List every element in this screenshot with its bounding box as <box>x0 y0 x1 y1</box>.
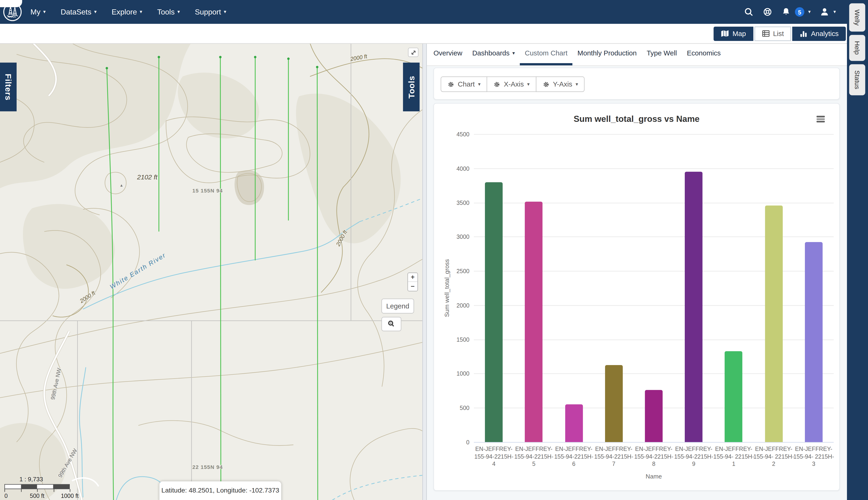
x-category-label: EN-JEFFREY-155-94- 2215H-2 <box>750 445 797 468</box>
tab-label: Monthly Production <box>577 49 637 57</box>
nav-item-label: Tools <box>157 8 175 16</box>
nav-item-label: Support <box>195 8 221 16</box>
chevron-down-icon: ▾ <box>478 82 481 87</box>
scale-tick-label: 1000 ft <box>61 492 79 499</box>
view-toggle-label: Map <box>732 30 746 37</box>
y-axis-settings-button[interactable]: Y-Axis▾ <box>536 77 585 92</box>
y-tick-label: 500 <box>434 405 470 411</box>
legend-button[interactable]: Legend <box>382 299 414 314</box>
bell-icon[interactable] <box>782 7 791 16</box>
view-toggle-list[interactable]: List <box>754 26 791 41</box>
chart-card: Sum well_total_gross vs Name 05001000150… <box>434 103 840 491</box>
chevron-down-icon: ▾ <box>177 9 180 14</box>
gear-icon <box>447 81 455 88</box>
search-group[interactable] <box>744 7 753 16</box>
life-ring-icon[interactable] <box>763 7 772 16</box>
map-zoom-control: + − <box>407 272 418 292</box>
tab-monthly-production[interactable]: Monthly Production <box>572 43 642 66</box>
chevron-down-icon: ▾ <box>140 9 142 14</box>
x-category-label: EN-JEFFREY-155-94-2215H-6 <box>551 445 597 468</box>
notification-badge: 5 <box>795 7 804 16</box>
tools-tab[interactable]: Tools <box>403 63 420 111</box>
top-navbar: My▾DataSets▾Explore▾Tools▾Support▾ 5▾▾ <box>0 0 847 24</box>
filters-tab[interactable]: Filters <box>0 63 16 111</box>
scale-tick <box>21 489 21 492</box>
x-category-label: EN-JEFFREY-155-94-2215H-8 <box>631 445 677 468</box>
tab-economics[interactable]: Economics <box>682 43 726 66</box>
right-side-strip: WellyHelpStatus <box>847 0 868 500</box>
scale-tick <box>37 489 38 492</box>
tab-label: Custom Chart <box>525 49 568 57</box>
x-category-label: EN-JEFFREY-155-94- 2215H-1 <box>711 445 757 468</box>
tab-dashboards[interactable]: Dashboards▾ <box>467 43 520 66</box>
nav-item-datasets[interactable]: DataSets▾ <box>60 8 96 16</box>
nav-item-support[interactable]: Support▾ <box>195 8 226 16</box>
chart-settings-button[interactable]: Chart▾ <box>441 77 487 92</box>
search-icon[interactable] <box>744 7 753 16</box>
scale-tick <box>70 489 70 492</box>
view-toggle-label: Analytics <box>811 30 839 37</box>
panel-tabs: OverviewDashboards▾Custom ChartMonthly P… <box>427 43 847 66</box>
zoom-in-button[interactable]: + <box>408 273 418 282</box>
x-category-labels: EN-JEFFREY-155-94-2215H-4EN-JEFFREY-155-… <box>474 445 834 471</box>
y-tick-label: 1000 <box>434 370 470 377</box>
x-category-label: EN-JEFFREY-155-94-2215H-7 <box>590 445 637 468</box>
map-search-button[interactable] <box>382 317 401 331</box>
gear-icon <box>493 81 501 88</box>
panel-divider[interactable] <box>422 43 427 500</box>
topo-map[interactable] <box>0 43 422 500</box>
chevron-down-icon: ▾ <box>94 9 97 14</box>
bar-EN-JEFFREY-155-94-2215H-9[interactable] <box>685 172 703 442</box>
top-left-notch <box>0 0 22 7</box>
bar-EN-JEFFREY-155-94-2215H-8[interactable] <box>645 390 662 442</box>
user-icon[interactable] <box>820 7 830 16</box>
bar-EN-JEFFREY-155-94- 2215H-3[interactable] <box>805 242 823 442</box>
tab-overview[interactable]: Overview <box>429 43 467 66</box>
bar-EN-JEFFREY-155-94- 2215H-1[interactable] <box>725 351 743 442</box>
chart-controls-card: Chart▾X-Axis▾Y-Axis▾ <box>434 68 840 100</box>
nav-item-label: Explore <box>112 8 137 16</box>
bar-EN-JEFFREY-155-94- 2215H-2[interactable] <box>765 205 783 442</box>
nav-item-my[interactable]: My▾ <box>31 8 46 16</box>
nav-item-label: My <box>31 8 40 16</box>
analytics-panel: OverviewDashboards▾Custom ChartMonthly P… <box>427 43 847 500</box>
control-label: Chart <box>458 80 475 88</box>
x-axis-title: Name <box>474 473 834 480</box>
x-category-label: EN-JEFFREY-155-94-2215H-5 <box>511 445 557 468</box>
x-axis-settings-button[interactable]: X-Axis▾ <box>486 77 536 92</box>
map-region[interactable]: 15 155N 9422 155N 942000 ft2000 ft2000 f… <box>0 43 422 500</box>
chevron-down-icon: ▾ <box>527 82 530 87</box>
nav-item-tools[interactable]: Tools▾ <box>157 8 180 16</box>
bell-group[interactable]: 5▾ <box>782 7 810 16</box>
bar-EN-JEFFREY-155-94-2215H-4[interactable] <box>485 182 503 442</box>
chevron-down-icon: ▾ <box>512 51 515 56</box>
tab-custom-chart[interactable]: Custom Chart <box>520 43 572 66</box>
tab-label: Type Well <box>647 49 677 57</box>
view-toggle-analytics[interactable]: Analytics <box>792 26 846 41</box>
side-tab-welly[interactable]: Welly <box>849 3 865 32</box>
nav-item-explore[interactable]: Explore▾ <box>112 8 142 16</box>
user-group[interactable]: ▾ <box>820 7 836 16</box>
scale-ratio: 1 : 9,733 <box>20 476 87 482</box>
gear-icon <box>542 81 550 88</box>
tab-label: Dashboards <box>472 49 510 57</box>
chart-menu-button[interactable] <box>817 116 825 123</box>
scale-tick-label: 500 ft <box>30 492 44 499</box>
expand-diagonal-icon <box>410 49 417 56</box>
view-toggle-map[interactable]: Map <box>714 26 753 41</box>
bar-EN-JEFFREY-155-94-2215H-5[interactable] <box>525 201 543 442</box>
view-toolbar: MapListAnalytics <box>0 24 847 44</box>
expand-map-button[interactable] <box>408 48 419 57</box>
view-toggle-group: MapListAnalytics <box>714 26 846 41</box>
chart-controls: Chart▾X-Axis▾Y-Axis▾ <box>441 77 585 92</box>
life-ring-group[interactable] <box>763 7 772 16</box>
bar-EN-JEFFREY-155-94-2215H-6[interactable] <box>565 404 583 442</box>
bar-EN-JEFFREY-155-94-2215H-7[interactable] <box>605 365 623 442</box>
tab-type-well[interactable]: Type Well <box>642 43 682 66</box>
zoom-out-button[interactable]: − <box>408 282 418 291</box>
side-tab-help[interactable]: Help <box>849 35 865 61</box>
scale-tick-labels: 0500 ft1000 ft <box>4 492 87 499</box>
coordinates-readout: Latitude: 48.2501, Longitude: -102.7373 <box>160 481 281 500</box>
y-axis-title: Sum well_total_gross <box>443 259 450 317</box>
side-tab-status[interactable]: Status <box>849 64 865 95</box>
